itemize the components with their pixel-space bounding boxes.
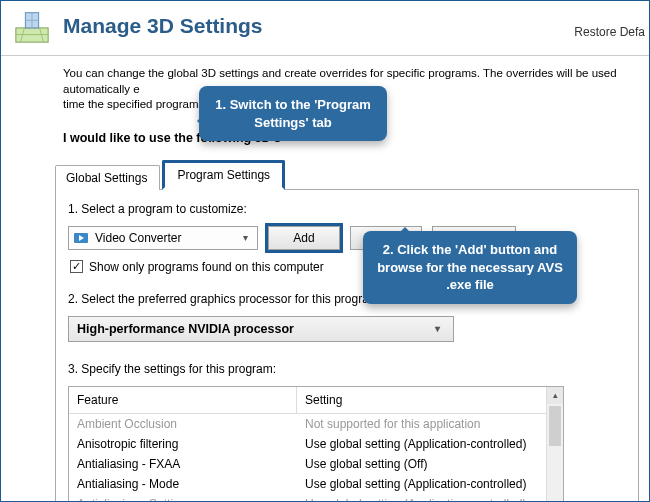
chevron-down-icon: ▾	[429, 323, 445, 334]
feature-cell: Antialiasing - FXAA	[69, 454, 297, 474]
table-row[interactable]: Antialiasing - SettingUse global setting…	[69, 494, 563, 502]
processor-select[interactable]: High-performance NVIDIA processor ▾	[68, 316, 454, 342]
checkbox-label: Show only programs found on this compute…	[89, 260, 324, 274]
setting-cell: Not supported for this application	[297, 414, 563, 434]
program-select-value: Video Converter	[95, 231, 237, 245]
video-converter-icon	[73, 230, 89, 246]
tab-global-settings[interactable]: Global Settings	[55, 165, 160, 190]
scroll-up-icon[interactable]: ▴	[547, 387, 563, 404]
table-row[interactable]: Antialiasing - FXAAUse global setting (O…	[69, 454, 563, 474]
feature-cell: Ambient Occlusion	[69, 414, 297, 434]
feature-cell: Antialiasing - Mode	[69, 474, 297, 494]
processor-select-value: High-performance NVIDIA processor	[77, 322, 429, 336]
table-row[interactable]: Anisotropic filteringUse global setting …	[69, 434, 563, 454]
table-row[interactable]: Ambient OcclusionNot supported for this …	[69, 414, 563, 434]
table-scrollbar[interactable]: ▴ ▾	[546, 387, 563, 502]
setting-cell: Use global setting (Off)	[297, 454, 563, 474]
page-title: Manage 3D Settings	[63, 14, 263, 38]
restore-defaults-link[interactable]: Restore Defa	[574, 25, 645, 39]
chevron-down-icon: ▾	[237, 232, 253, 243]
checkbox-icon: ✓	[70, 260, 83, 273]
feature-cell: Anisotropic filtering	[69, 434, 297, 454]
feature-cell: Antialiasing - Setting	[69, 494, 297, 502]
step-1-label: 1. Select a program to customize:	[68, 202, 626, 216]
program-select[interactable]: Video Converter ▾	[68, 226, 258, 250]
column-header-setting[interactable]: Setting	[297, 387, 563, 413]
tab-program-settings[interactable]: Program Settings	[162, 160, 285, 190]
setting-cell: Use global setting (Application-controll…	[297, 474, 563, 494]
settings-table: Feature Setting Ambient OcclusionNot sup…	[68, 386, 564, 502]
column-header-feature[interactable]: Feature	[69, 387, 297, 413]
instruction-callout-1: 1. Switch to the 'Program Settings' tab	[199, 86, 387, 141]
setting-cell: Use global setting (Application-controll…	[297, 494, 563, 502]
scroll-thumb[interactable]	[549, 406, 561, 446]
nvidia-3d-logo-icon	[13, 7, 51, 45]
setting-cell: Use global setting (Application-controll…	[297, 434, 563, 454]
step-3-label: 3. Specify the settings for this program…	[68, 362, 626, 376]
add-button[interactable]: Add	[268, 226, 340, 250]
table-row[interactable]: Antialiasing - ModeUse global setting (A…	[69, 474, 563, 494]
instruction-callout-2: 2. Click the 'Add' button and browse for…	[363, 231, 577, 304]
